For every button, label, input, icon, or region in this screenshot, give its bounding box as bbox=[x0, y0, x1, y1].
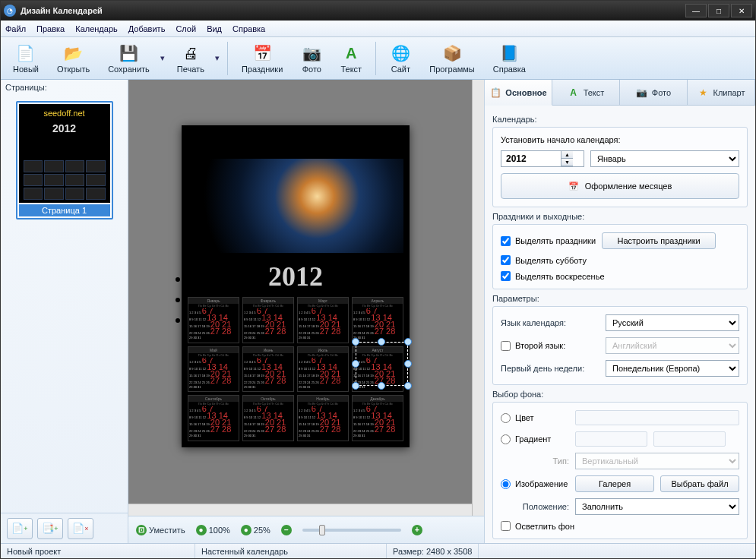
print-icon: 🖨 bbox=[180, 43, 201, 64]
zoom100-icon: ● bbox=[196, 525, 207, 535]
toolbar-new[interactable]: 📄Новый bbox=[5, 39, 46, 77]
bg-gradient-radio[interactable]: Градиент bbox=[501, 434, 569, 444]
pages-tools: 📄+ 📑+ 📄× bbox=[1, 513, 128, 543]
month-cell[interactable]: ДекабрьПн Вт Ср Чт Пт Сб Вс 1 2 3 4 5 6 … bbox=[352, 395, 403, 441]
gallery-button[interactable]: Галерея bbox=[575, 475, 654, 492]
tab-clipart[interactable]: ★Клипарт bbox=[688, 80, 755, 105]
month-cell[interactable]: ЯнварьПн Вт Ср Чт Пт Сб Вс 1 2 3 4 5 6 7… bbox=[188, 297, 239, 343]
page-thumbnail[interactable]: seedoff.net 2012 Страница 1 bbox=[16, 101, 113, 219]
vertical-scrollbar[interactable] bbox=[472, 80, 484, 516]
calendar-icon: 📅 bbox=[568, 182, 579, 191]
month-cell[interactable]: МайПн Вт Ср Чт Пт Сб Вс 1 2 3 4 5 6 7 8 … bbox=[188, 346, 239, 393]
add-page-button[interactable]: 📄+ bbox=[7, 518, 33, 539]
zoom-in[interactable]: + bbox=[412, 525, 422, 535]
zoom-100[interactable]: ●100% bbox=[196, 525, 230, 535]
month-cell[interactable]: МартПн Вт Ср Чт Пт Сб Вс 1 2 3 4 5 6 7 8… bbox=[297, 297, 349, 343]
year-down[interactable]: ▼ bbox=[561, 159, 573, 166]
calendar-document[interactable]: 2012 ЯнварьПн Вт Ср Чт Пт Сб Вс 1 2 3 4 … bbox=[182, 125, 410, 447]
config-holidays-button[interactable]: Настроить праздники bbox=[602, 232, 716, 249]
second-language-checkbox[interactable]: Второй язык: bbox=[501, 341, 599, 351]
toolbar-print[interactable]: 🖨Печать bbox=[169, 39, 212, 77]
toolbar-help[interactable]: 📘Справка bbox=[486, 39, 533, 77]
params-group-label: Параметры: bbox=[492, 294, 748, 303]
new-icon: 📄 bbox=[15, 43, 36, 64]
programs-icon: 📦 bbox=[441, 43, 463, 64]
menu-add[interactable]: Добавить bbox=[128, 24, 166, 33]
toolbar-photo[interactable]: 📷Фото bbox=[293, 39, 330, 77]
toolbar-holidays[interactable]: 📅Праздники bbox=[234, 39, 290, 77]
lang-label: Язык календаря: bbox=[501, 318, 599, 327]
zoom-slider-knob[interactable] bbox=[319, 525, 325, 535]
gradient-type-select: Вертикальный bbox=[575, 453, 739, 469]
close-button[interactable]: ✕ bbox=[731, 4, 752, 17]
ruler-handles[interactable] bbox=[176, 277, 182, 323]
horizontal-scrollbar[interactable] bbox=[128, 504, 472, 516]
resize-handle[interactable] bbox=[404, 338, 412, 346]
menu-file[interactable]: Файл bbox=[5, 24, 26, 33]
save-dropdown[interactable]: ▾ bbox=[160, 53, 166, 63]
highlight-holidays-checkbox[interactable]: Выделять праздники bbox=[501, 236, 596, 246]
tab-main[interactable]: 📋Основное bbox=[485, 80, 552, 106]
resize-handle[interactable] bbox=[404, 382, 412, 390]
calendar-group: Установить начало календаря: ▲▼ Январь 📅… bbox=[492, 127, 748, 207]
month-cell[interactable]: ОктябрьПн Вт Ср Чт Пт Сб Вс 1 2 3 4 5 6 … bbox=[242, 395, 294, 441]
pages-header: Страницы: bbox=[1, 80, 128, 95]
month-cell[interactable]: СентябрьПн Вт Ср Чт Пт Сб Вс 1 2 3 4 5 6… bbox=[188, 395, 239, 441]
toolbar-text[interactable]: AТекст bbox=[333, 39, 369, 77]
menu-layer[interactable]: Слой bbox=[176, 24, 196, 33]
duplicate-page-button[interactable]: 📑+ bbox=[37, 518, 63, 539]
print-dropdown[interactable]: ▾ bbox=[215, 53, 221, 63]
tab-text[interactable]: AТекст bbox=[552, 80, 620, 105]
help-icon: 📘 bbox=[498, 43, 520, 64]
bg-image-radio[interactable]: Изображение bbox=[501, 479, 569, 489]
menu-calendar[interactable]: Календарь bbox=[75, 24, 118, 33]
resize-handle[interactable] bbox=[404, 360, 412, 368]
titlebar: ◔ Дизайн Календарей — □ ✕ bbox=[1, 1, 755, 21]
zoom-fit[interactable]: ⊡Уместить bbox=[136, 525, 185, 535]
tab-photo[interactable]: 📷Фото bbox=[620, 80, 688, 105]
calendar-hero-image[interactable] bbox=[188, 159, 403, 253]
calendar-months-grid: ЯнварьПн Вт Ср Чт Пт Сб Вс 1 2 3 4 5 6 7… bbox=[188, 297, 403, 441]
toolbar-save[interactable]: 💾Сохранить bbox=[100, 39, 157, 77]
toolbar-open[interactable]: 📂Открыть bbox=[49, 39, 97, 77]
zoom-out[interactable]: − bbox=[281, 525, 292, 535]
month-cell[interactable]: ФевральПн Вт Ср Чт Пт Сб Вс 1 2 3 4 5 6 … bbox=[242, 297, 294, 343]
toolbar-site[interactable]: 🌐Сайт bbox=[382, 39, 419, 77]
months-design-button[interactable]: 📅 Оформление месяцев bbox=[501, 173, 739, 199]
month-cell[interactable]: НоябрьПн Вт Ср Чт Пт Сб Вс 1 2 3 4 5 6 7… bbox=[297, 395, 349, 441]
maximize-button[interactable]: □ bbox=[708, 4, 729, 17]
zoom-bar: ⊡Уместить ●100% ●25% − + bbox=[128, 516, 484, 543]
highlight-saturday-checkbox[interactable]: Выделять субботу bbox=[501, 255, 587, 265]
firstday-select[interactable]: Понедельник (Европа) bbox=[606, 360, 739, 377]
menu-view[interactable]: Вид bbox=[207, 24, 222, 33]
toolbar-programs[interactable]: 📦Программы bbox=[422, 39, 482, 77]
gradient-swatch-1[interactable] bbox=[575, 431, 647, 447]
choose-file-button[interactable]: Выбрать файл bbox=[660, 475, 739, 492]
month-cell[interactable]: ИюньПн Вт Ср Чт Пт Сб Вс 1 2 3 4 5 6 7 8… bbox=[242, 346, 294, 393]
month-select[interactable]: Январь bbox=[590, 150, 739, 167]
thumb-caption: Страница 1 bbox=[19, 204, 110, 216]
gradient-swatch-2[interactable] bbox=[653, 431, 726, 447]
minimize-button[interactable]: — bbox=[685, 4, 707, 17]
language-select[interactable]: Русский bbox=[606, 314, 739, 331]
year-input[interactable] bbox=[501, 153, 561, 164]
bg-position-select[interactable]: Заполнить bbox=[575, 498, 739, 515]
menu-edit[interactable]: Правка bbox=[36, 24, 65, 33]
highlight-sunday-checkbox[interactable]: Выделять воскресенье bbox=[501, 271, 605, 281]
month-cell[interactable]: ИюльПн Вт Ср Чт Пт Сб Вс 1 2 3 4 5 6 7 8… bbox=[297, 346, 349, 393]
zoom-slider[interactable] bbox=[302, 529, 401, 532]
canvas-viewport[interactable]: 2012 ЯнварьПн Вт Ср Чт Пт Сб Вс 1 2 3 4 … bbox=[128, 80, 484, 516]
menu-help[interactable]: Справка bbox=[232, 24, 265, 33]
month-cell[interactable]: АпрельПн Вт Ср Чт Пт Сб Вс 1 2 3 4 5 6 7… bbox=[352, 297, 403, 343]
month-cell[interactable]: АвгустПн Вт Ср Чт Пт Сб Вс 1 2 3 4 5 6 7… bbox=[352, 346, 403, 393]
bg-color-radio[interactable]: Цвет bbox=[501, 413, 569, 423]
year-up[interactable]: ▲ bbox=[561, 151, 573, 159]
color-swatch[interactable] bbox=[575, 410, 739, 425]
calendar-year-text[interactable]: 2012 bbox=[182, 261, 410, 292]
delete-page-button[interactable]: 📄× bbox=[68, 518, 93, 539]
lighten-bg-checkbox[interactable]: Осветлить фон bbox=[501, 521, 574, 531]
zoom-25[interactable]: ●25% bbox=[241, 525, 270, 535]
year-spinner[interactable]: ▲▼ bbox=[501, 150, 584, 167]
clipart-tab-icon: ★ bbox=[697, 87, 710, 99]
fit-icon: ⊡ bbox=[136, 525, 147, 535]
